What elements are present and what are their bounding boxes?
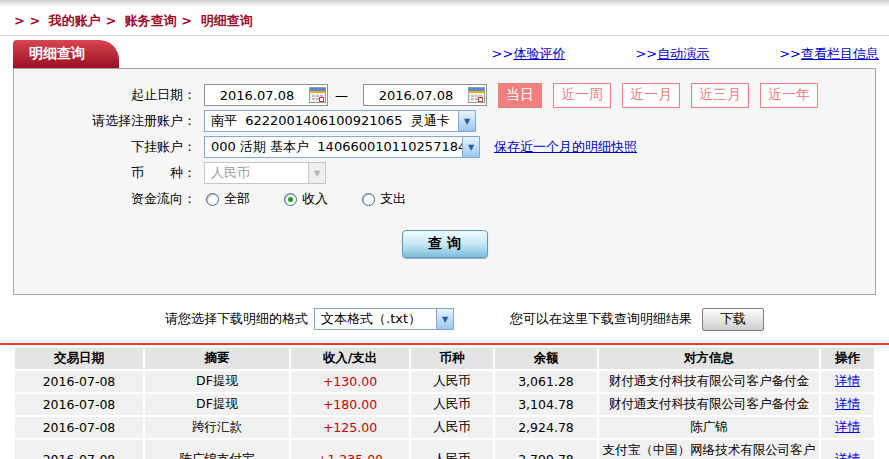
breadcrumb: > > 我的账户 > 账务查询 > 明细查询 xyxy=(0,7,889,35)
currency-select: 人民币 ▼ xyxy=(204,162,326,184)
counterparty-cell: 财付通支付科技有限公司客户备付金 xyxy=(599,394,819,415)
action-cell: 详情 xyxy=(821,371,874,392)
chevron-down-icon: ▼ xyxy=(308,163,325,183)
table-header-row: 交易日期 摘要 收入/支出 币种 余额 对方信息 操作 xyxy=(15,348,874,369)
date-cell: 2016-07-08 xyxy=(15,440,143,459)
download-format-label: 请您选择下载明细的格式 xyxy=(165,310,308,328)
counterparty-cell: 陈广锦 xyxy=(599,417,819,438)
sub-account-select[interactable]: 000 活期 基本户 1406600101102571848 ▼ xyxy=(204,136,480,158)
summary-cell: DF提现 xyxy=(145,394,289,415)
currency-row: 币 种： 人民币 ▼ xyxy=(14,160,875,186)
chevron-down-icon: ▼ xyxy=(436,309,453,329)
fund-flow-expense-label[interactable]: 支出 xyxy=(380,190,406,208)
currency-cell: 人民币 xyxy=(411,417,493,438)
link-view-column-info[interactable]: >>查看栏目信息 xyxy=(779,45,879,63)
breadcrumb-separator: > xyxy=(181,13,192,28)
sub-account-row: 下挂账户： 000 活期 基本户 1406600101102571848 ▼ 保… xyxy=(14,134,875,160)
currency-cell: 人民币 xyxy=(411,394,493,415)
breadcrumb-prefix: > > xyxy=(14,13,40,28)
tab-detail-query[interactable]: 明细查询 xyxy=(13,40,119,68)
quick-range-month-button[interactable]: 近一月 xyxy=(622,83,680,108)
counterparty-cell: 支付宝（中国）网络技术有限公司客户备付金 xyxy=(599,440,819,459)
col-header-date: 交易日期 xyxy=(15,348,143,369)
calendar-icon[interactable] xyxy=(468,87,485,103)
breadcrumb-item-detail-query: 明细查询 xyxy=(201,13,253,28)
registered-account-select[interactable]: 南平 6222001406100921065 灵通卡 ▼ xyxy=(204,110,476,132)
transactions-table: 交易日期 摘要 收入/支出 币种 余额 对方信息 操作 2016-07-08DF… xyxy=(13,346,876,459)
currency-cell: 人民币 xyxy=(411,440,493,459)
action-cell: 详情 xyxy=(821,440,874,459)
col-header-action: 操作 xyxy=(821,348,874,369)
col-header-amount: 收入/支出 xyxy=(291,348,409,369)
query-button[interactable]: 查 询 xyxy=(402,230,488,258)
balance-cell: 2,799.78 xyxy=(495,440,597,459)
table-row: 2016-07-08跨行汇款+125.00人民币2,924.78陈广锦详情 xyxy=(15,417,874,438)
fund-flow-all-radio[interactable] xyxy=(206,193,219,206)
fund-flow-income-label[interactable]: 收入 xyxy=(302,190,328,208)
col-header-balance: 余额 xyxy=(495,348,597,369)
breadcrumb-separator: > xyxy=(105,13,116,28)
fund-flow-expense-radio[interactable] xyxy=(362,193,375,206)
registered-account-label: 请选择注册账户： xyxy=(14,112,196,130)
breadcrumb-item-account-query[interactable]: 账务查询 xyxy=(125,13,177,28)
download-row: 请您选择下载明细的格式 文本格式（.txt） ▼ 您可以在这里下载查询明细结果 … xyxy=(165,304,889,334)
action-cell: 详情 xyxy=(821,417,874,438)
date-cell: 2016-07-08 xyxy=(15,394,143,415)
date-cell: 2016-07-08 xyxy=(15,417,143,438)
table-row: 2016-07-08DF提现+180.00人民币3,104.78财付通支付科技有… xyxy=(15,394,874,415)
end-date-input[interactable]: 2016.07.08 xyxy=(363,84,487,106)
amount-cell: +1,235.00 xyxy=(291,440,409,459)
quick-range-quarter-button[interactable]: 近三月 xyxy=(691,83,749,108)
link-arrows: >> xyxy=(779,46,801,61)
col-header-summary: 摘要 xyxy=(145,348,289,369)
date-range-dash: — xyxy=(335,88,348,103)
date-cell: 2016-07-08 xyxy=(15,371,143,392)
counterparty-cell: 财付通支付科技有限公司客户备付金 xyxy=(599,371,819,392)
fund-flow-label: 资金流向： xyxy=(14,190,196,208)
fund-flow-row: 资金流向： 全部 收入 支出 xyxy=(14,186,875,212)
detail-link[interactable]: 详情 xyxy=(835,451,860,459)
currency-cell: 人民币 xyxy=(411,371,493,392)
chevron-down-icon: ▼ xyxy=(462,137,479,157)
balance-cell: 2,924.78 xyxy=(495,417,597,438)
amount-cell: +125.00 xyxy=(291,417,409,438)
col-header-counterparty: 对方信息 xyxy=(599,348,819,369)
snapshot-link[interactable]: 保存近一个月的明细快照 xyxy=(494,138,637,156)
detail-link[interactable]: 详情 xyxy=(835,373,860,388)
sub-account-label: 下挂账户： xyxy=(14,138,196,156)
link-auto-demo[interactable]: >>自动演示 xyxy=(635,45,709,63)
quick-range-year-button[interactable]: 近一年 xyxy=(760,83,818,108)
action-cell: 详情 xyxy=(821,394,874,415)
transactions-body: 2016-07-08DF提现+130.00人民币3,061.28财付通支付科技有… xyxy=(15,371,874,459)
table-row: 2016-07-08陈广锦支付宝+1,235.00人民币2,799.78支付宝（… xyxy=(15,440,874,459)
download-format-select[interactable]: 文本格式（.txt） ▼ xyxy=(314,308,454,330)
detail-link[interactable]: 详情 xyxy=(835,419,860,434)
date-range-row: 起止日期： 2016.07.08 — 2016.07.08 xyxy=(14,82,875,108)
query-form-panel: 起止日期： 2016.07.08 — 2016.07.08 xyxy=(13,68,876,295)
link-arrows: >> xyxy=(492,46,514,61)
amount-cell: +180.00 xyxy=(291,394,409,415)
quick-range-week-button[interactable]: 近一周 xyxy=(553,83,611,108)
currency-label: 币 种： xyxy=(14,164,196,182)
table-row: 2016-07-08DF提现+130.00人民币3,061.28财付通支付科技有… xyxy=(15,371,874,392)
summary-cell: 陈广锦支付宝 xyxy=(145,440,289,459)
col-header-currency: 币种 xyxy=(411,348,493,369)
fund-flow-income-radio[interactable] xyxy=(284,193,297,206)
start-date-input[interactable]: 2016.07.08 xyxy=(204,84,328,106)
download-button[interactable]: 下载 xyxy=(702,308,764,331)
breadcrumb-item-my-account[interactable]: 我的账户 xyxy=(49,13,101,28)
header-links: >>体验评价 >>自动演示 >>查看栏目信息 xyxy=(422,45,879,68)
red-divider xyxy=(0,343,889,345)
fund-flow-all-label[interactable]: 全部 xyxy=(224,190,250,208)
query-button-row: 查 询 xyxy=(14,230,875,258)
balance-cell: 3,104.78 xyxy=(495,394,597,415)
summary-cell: DF提现 xyxy=(145,371,289,392)
date-range-label: 起止日期： xyxy=(14,86,196,104)
link-experience-rating[interactable]: >>体验评价 xyxy=(492,45,566,63)
registered-account-row: 请选择注册账户： 南平 6222001406100921065 灵通卡 ▼ xyxy=(14,108,875,134)
calendar-icon[interactable] xyxy=(309,87,326,103)
detail-link[interactable]: 详情 xyxy=(835,396,860,411)
section-header: 明细查询 >>体验评价 >>自动演示 >>查看栏目信息 xyxy=(0,36,889,68)
balance-cell: 3,061.28 xyxy=(495,371,597,392)
quick-range-today-button[interactable]: 当日 xyxy=(498,83,542,108)
